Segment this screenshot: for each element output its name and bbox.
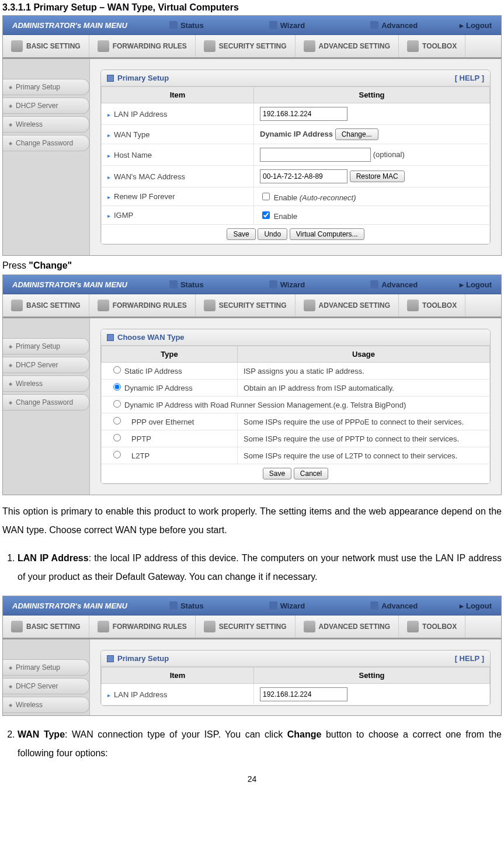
row-lan-ip: LAN IP Address <box>114 690 168 699</box>
virtual-computers-button[interactable]: Virtual Computers... <box>290 228 364 240</box>
section-heading: 3.3.1.1 Primary Setup – WAN Type, Virtua… <box>2 2 502 13</box>
host-name-input[interactable] <box>260 148 371 162</box>
nav-wizard[interactable]: Wizard <box>263 280 311 289</box>
logout-link[interactable]: ▸ Logout <box>450 21 501 30</box>
tab-toolbox[interactable]: TOOLBOX <box>399 35 465 57</box>
igmp-checkbox[interactable] <box>262 211 270 219</box>
topbar: ADMINISTRATOR's MAIN MENU Status Wizard … <box>3 16 501 35</box>
wan-type-table: TypeUsage Static IP Address ISP assigns … <box>101 346 490 484</box>
tab-security[interactable]: SECURITY SETTING <box>196 616 296 638</box>
usage-dynamic: Obtain an IP address from ISP automatica… <box>238 380 490 397</box>
tab-toolbox[interactable]: TOOLBOX <box>399 294 465 317</box>
lan-ip-input[interactable] <box>260 687 347 701</box>
change-button[interactable]: Change... <box>335 128 378 140</box>
radio-pptp[interactable] <box>113 434 121 441</box>
col-usage: Usage <box>238 346 490 363</box>
wizard-icon <box>269 601 277 610</box>
type-road-runner: Dynamic IP Address with Road Runner Sess… <box>124 401 406 409</box>
nav-wizard[interactable]: Wizard <box>263 21 311 30</box>
tab-forwarding[interactable]: FORWARDING RULES <box>89 616 196 638</box>
radio-l2tp[interactable] <box>113 451 121 458</box>
tab-advanced[interactable]: ADVANCED SETTING <box>296 294 399 317</box>
tab-security[interactable]: SECURITY SETTING <box>196 35 296 57</box>
nav-status[interactable]: Status <box>164 280 210 289</box>
tab-toolbox[interactable]: TOOLBOX <box>399 616 465 638</box>
tab-basic[interactable]: BASIC SETTING <box>3 294 89 317</box>
sidebar-dhcp-server[interactable]: DHCP Server <box>3 678 89 694</box>
status-icon <box>169 280 178 288</box>
tab-security[interactable]: SECURITY SETTING <box>196 294 296 317</box>
renew-ip-checkbox[interactable] <box>262 193 270 200</box>
nav-advanced[interactable]: Advanced <box>364 601 423 610</box>
sidebar-dhcp-server[interactable]: DHCP Server <box>3 357 89 373</box>
toolbox-icon <box>407 300 419 311</box>
usage-static: ISP assigns you a static IP address. <box>238 363 490 380</box>
type-dynamic: Dynamic IP Address <box>124 384 193 392</box>
sidebar-primary-setup[interactable]: Primary Setup <box>3 659 89 676</box>
nav-wizard[interactable]: Wizard <box>263 601 311 610</box>
wizard-icon <box>269 280 277 288</box>
tab-basic[interactable]: BASIC SETTING <box>3 35 89 57</box>
list-item-1: LAN IP Address: the local IP address of … <box>18 549 502 586</box>
advanced-setting-icon <box>304 300 315 311</box>
usage-pppoe: Some ISPs require the use of PPPoE to co… <box>238 413 490 430</box>
radio-pppoe[interactable] <box>113 417 121 425</box>
restore-mac-button[interactable]: Restore MAC <box>350 171 405 182</box>
settings-table: ItemSetting ▸LAN IP Address ▸WAN Type Dy… <box>101 86 490 244</box>
nav-advanced[interactable]: Advanced <box>364 280 423 289</box>
sidebar-wireless[interactable]: Wireless <box>3 375 89 392</box>
tab-forwarding[interactable]: FORWARDING RULES <box>89 35 196 57</box>
security-icon <box>204 40 215 52</box>
cancel-button[interactable]: Cancel <box>294 468 328 479</box>
router-screenshot-3: ADMINISTRATOR's MAIN MENU Status Wizard … <box>2 596 502 716</box>
panel-title: Choose WAN Type <box>117 333 185 342</box>
panel-title: Primary Setup <box>117 74 169 82</box>
sidebar-change-password[interactable]: Change Password <box>3 394 89 411</box>
sidebar-primary-setup[interactable]: Primary Setup <box>3 79 89 95</box>
sidebar-wireless[interactable]: Wireless <box>3 697 89 713</box>
tab-advanced[interactable]: ADVANCED SETTING <box>296 616 399 638</box>
wan-type-value: Dynamic IP Address <box>260 130 333 138</box>
sidebar-primary-setup[interactable]: Primary Setup <box>3 338 89 354</box>
primary-setup-panel: Primary Setup [ HELP ] ItemSetting ▸LAN … <box>100 69 491 245</box>
enable-label: Enable (Auto-reconnect) <box>274 193 356 202</box>
lan-ip-input[interactable] <box>260 107 347 121</box>
wan-mac-input[interactable] <box>260 169 347 183</box>
type-static: Static IP Address <box>124 367 182 375</box>
panel-title: Primary Setup <box>117 654 169 663</box>
radio-road-runner[interactable] <box>113 400 121 408</box>
intro-paragraph: This option is primary to enable this pr… <box>2 502 502 540</box>
radio-dynamic-ip[interactable] <box>113 383 121 391</box>
tab-forwarding[interactable]: FORWARDING RULES <box>89 294 196 317</box>
logout-link[interactable]: ▸ Logout <box>450 280 501 289</box>
save-button[interactable]: Save <box>227 228 255 240</box>
save-button[interactable]: Save <box>263 468 291 479</box>
nav-advanced[interactable]: Advanced <box>364 21 423 30</box>
help-link[interactable]: [ HELP ] <box>455 654 484 663</box>
tab-advanced[interactable]: ADVANCED SETTING <box>296 35 399 57</box>
toolbox-icon <box>407 621 419 632</box>
press-change-text: Press "Change" <box>2 260 502 271</box>
router-screenshot-2: ADMINISTRATOR's MAIN MENU Status Wizard … <box>2 274 502 495</box>
col-setting: Setting <box>254 87 490 103</box>
sidebar-dhcp-server[interactable]: DHCP Server <box>3 98 89 114</box>
help-link[interactable]: [ HELP ] <box>455 74 484 82</box>
security-icon <box>204 300 215 311</box>
logout-link[interactable]: ▸ Logout <box>450 601 501 610</box>
nav-status[interactable]: Status <box>164 21 210 30</box>
status-icon <box>169 21 178 29</box>
primary-setup-panel: Primary Setup [ HELP ] ItemSetting ▸LAN … <box>100 650 491 706</box>
nav-status[interactable]: Status <box>164 601 210 610</box>
panel-icon <box>107 75 114 82</box>
type-l2tp: L2TP <box>124 451 150 460</box>
basic-icon <box>11 40 23 52</box>
status-icon <box>169 601 178 610</box>
radio-static-ip[interactable] <box>113 366 121 374</box>
forwarding-icon <box>98 300 109 311</box>
panel-icon <box>107 334 114 341</box>
sidebar-change-password[interactable]: Change Password <box>3 135 89 151</box>
sidebar-wireless[interactable]: Wireless <box>3 116 89 133</box>
row-renew-ip: Renew IP Forever <box>114 192 175 201</box>
tab-basic[interactable]: BASIC SETTING <box>3 616 89 638</box>
undo-button[interactable]: Undo <box>258 228 287 240</box>
